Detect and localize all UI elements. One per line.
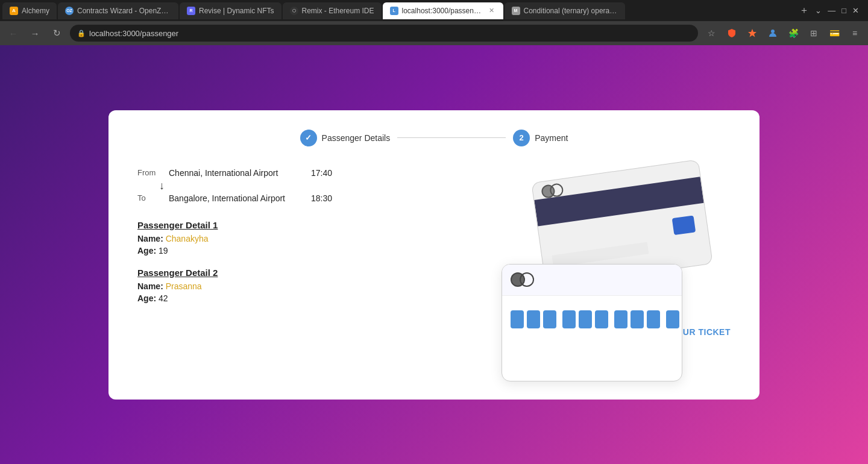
tab-openzeppelin[interactable]: OZ Contracts Wizard - OpenZeppelin Do... — [58, 2, 178, 19]
step-2: 2 Payment — [513, 130, 568, 146]
brave-rewards-button[interactable] — [744, 25, 761, 42]
step-2-number: 2 — [520, 133, 524, 142]
cc-front-body — [502, 296, 682, 336]
cc-number-group-1 — [511, 310, 556, 328]
close-window-button[interactable]: ✕ — [851, 6, 861, 15]
tab-remix[interactable]: ⬡ Remix - Ethereum IDE — [283, 2, 382, 19]
cc-number-group-3 — [614, 310, 660, 328]
stepper: ✓ Passenger Details 2 Payment — [137, 130, 731, 146]
cc-dot — [647, 310, 660, 328]
to-city: Bangalore, International Airport — [169, 193, 301, 203]
sidebar-toggle-button[interactable]: ⊞ — [805, 25, 822, 42]
credit-card-front — [502, 264, 682, 381]
main-card: ✓ Passenger Details 2 Payment From Chenn… — [108, 110, 760, 400]
tab-openzeppelin-label: Contracts Wizard - OpenZeppelin Do... — [77, 7, 171, 15]
to-time: 18:30 — [311, 193, 332, 203]
cc-dot — [527, 310, 540, 328]
from-time: 17:40 — [311, 168, 332, 178]
passenger-1-age-value: 19 — [159, 246, 168, 256]
from-city: Chennai, International Airport — [169, 168, 301, 178]
cc-chip — [672, 215, 696, 235]
new-tab-button[interactable]: ＋ — [797, 4, 811, 17]
cc-dot — [666, 310, 679, 328]
step-1: ✓ Passenger Details — [300, 130, 391, 146]
browser-chrome: A Alchemy OZ Contracts Wizard - OpenZepp… — [0, 0, 868, 45]
address-text: localhost:3000/passenger — [89, 29, 178, 38]
profile-button[interactable] — [764, 25, 781, 42]
forward-nav-button[interactable]: → — [27, 25, 43, 42]
tab-revise[interactable]: R Revise | Dynamic NFTs — [180, 2, 281, 19]
cc-number-group-4 — [666, 310, 682, 328]
brave-shields-button[interactable] — [723, 25, 740, 42]
tab-remix-label: Remix - Ethereum IDE — [302, 7, 374, 15]
address-bar[interactable]: 🔒 localhost:3000/passenger — [70, 25, 698, 42]
passenger-1-name-value: Chanakyha — [166, 234, 209, 243]
card-illustration — [502, 171, 731, 381]
menu-button[interactable]: ≡ — [846, 25, 863, 42]
passenger-1-name-label: Name: — [137, 234, 163, 243]
cc-dot — [595, 310, 608, 328]
from-label: From — [137, 168, 159, 177]
tab-alchemy-label: Alchemy — [22, 7, 49, 15]
cc-dot — [631, 310, 644, 328]
tab-close-icon[interactable]: ✕ — [488, 7, 496, 15]
maximize-button[interactable]: □ — [840, 6, 848, 15]
svg-point-1 — [771, 30, 775, 33]
tab-localhost-label: localhost:3000/passenger — [402, 7, 484, 15]
cc-dot — [543, 310, 556, 328]
passenger-2-age-value: 42 — [159, 293, 168, 303]
cc-number-group-2 — [562, 310, 608, 328]
step-line — [397, 137, 506, 138]
nav-actions: ☆ 🧩 ⊞ 💳 ≡ — [703, 25, 863, 42]
tab-bar: A Alchemy OZ Contracts Wizard - OpenZepp… — [0, 0, 868, 21]
tab-alchemy[interactable]: A Alchemy — [2, 2, 57, 19]
back-nav-button[interactable]: ← — [5, 25, 22, 42]
minimize-button[interactable]: — — [826, 6, 837, 15]
tab-mdn[interactable]: M Conditional (ternary) operator - Java.… — [505, 2, 625, 19]
step-2-circle: 2 — [513, 130, 530, 146]
cc-front-logo-right — [520, 272, 534, 287]
cc-dot — [511, 310, 524, 328]
lock-icon: 🔒 — [77, 30, 86, 37]
tab-mdn-label: Conditional (ternary) operator - Java... — [524, 7, 618, 15]
passenger-2-name-value: Prasanna — [166, 281, 202, 291]
bookmark-button[interactable]: ☆ — [703, 25, 720, 42]
tab-revise-label: Revise | Dynamic NFTs — [199, 7, 274, 15]
cc-dot — [614, 310, 627, 328]
cc-dot — [562, 310, 576, 328]
page-content: ✓ Passenger Details 2 Payment From Chenn… — [0, 45, 868, 464]
cc-number-display — [511, 310, 673, 328]
reload-button[interactable]: ↻ — [48, 25, 65, 42]
passenger-2-name-label: Name: — [137, 281, 163, 291]
step-1-icon: ✓ — [305, 133, 312, 142]
step-1-label: Passenger Details — [322, 133, 391, 143]
cc-signature-strip — [552, 242, 649, 267]
cc-back-logo — [541, 183, 564, 199]
tab-localhost[interactable]: L localhost:3000/passenger ✕ — [383, 2, 503, 19]
tab-controls: ＋ ⌄ — □ ✕ — [797, 4, 866, 17]
tab-list-button[interactable]: ⌄ — [813, 6, 823, 15]
passenger-1-age-label: Age: — [137, 246, 156, 256]
cc-front-logo — [511, 272, 534, 287]
step-2-label: Payment — [535, 133, 568, 143]
cc-dot — [579, 310, 592, 328]
nav-bar: ← → ↻ 🔒 localhost:3000/passenger ☆ 🧩 ⊞ 💳… — [0, 21, 868, 45]
wallet-button[interactable]: 💳 — [826, 25, 843, 42]
cc-front-header — [502, 265, 682, 296]
passenger-2-age-label: Age: — [137, 293, 156, 303]
extensions-button[interactable]: 🧩 — [785, 25, 802, 42]
step-1-circle: ✓ — [300, 130, 317, 146]
to-label: To — [137, 193, 159, 202]
svg-marker-0 — [748, 29, 756, 37]
